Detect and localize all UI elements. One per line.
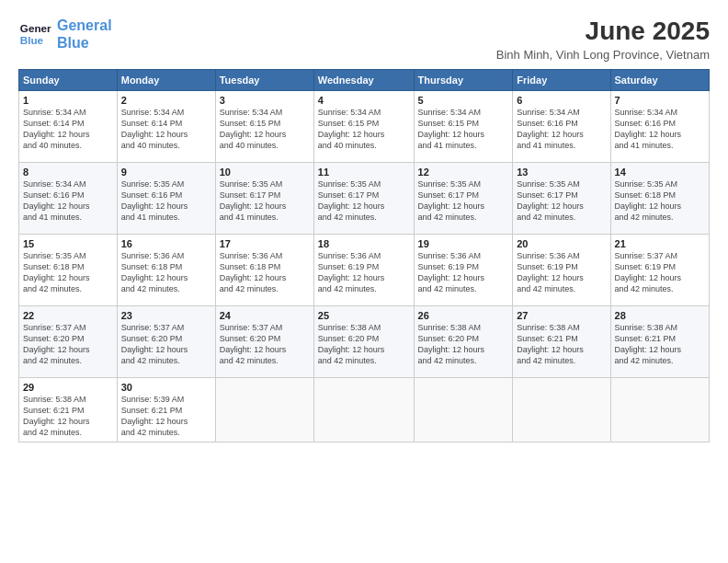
col-sunday: Sunday bbox=[19, 70, 118, 91]
day-number: 13 bbox=[517, 167, 606, 178]
table-row: 20 Sunrise: 5:36 AMSunset: 6:19 PMDaylig… bbox=[513, 235, 610, 306]
day-info: Sunrise: 5:37 AMSunset: 6:20 PMDaylight:… bbox=[121, 323, 188, 365]
table-row: 10 Sunrise: 5:35 AMSunset: 6:17 PMDaylig… bbox=[215, 163, 313, 235]
col-saturday: Saturday bbox=[610, 70, 709, 91]
day-info: Sunrise: 5:34 AMSunset: 6:16 PMDaylight:… bbox=[615, 108, 682, 150]
table-row: 25 Sunrise: 5:38 AMSunset: 6:20 PMDaylig… bbox=[313, 306, 414, 378]
day-number: 1 bbox=[23, 95, 113, 106]
table-row: 22 Sunrise: 5:37 AMSunset: 6:20 PMDaylig… bbox=[19, 306, 118, 378]
table-row: 9 Sunrise: 5:35 AMSunset: 6:16 PMDayligh… bbox=[117, 163, 215, 235]
day-info: Sunrise: 5:36 AMSunset: 6:19 PMDaylight:… bbox=[418, 251, 485, 293]
table-row bbox=[215, 378, 313, 442]
day-info: Sunrise: 5:38 AMSunset: 6:21 PMDaylight:… bbox=[615, 323, 682, 365]
day-info: Sunrise: 5:35 AMSunset: 6:17 PMDaylight:… bbox=[220, 179, 287, 222]
col-tuesday: Tuesday bbox=[215, 70, 313, 91]
day-number: 24 bbox=[220, 310, 310, 321]
title-block: June 2025 Binh Minh, Vinh Long Province,… bbox=[496, 17, 710, 62]
day-info: Sunrise: 5:37 AMSunset: 6:20 PMDaylight:… bbox=[23, 323, 90, 365]
day-info: Sunrise: 5:37 AMSunset: 6:19 PMDaylight:… bbox=[615, 251, 682, 293]
table-row: 4 Sunrise: 5:34 AMSunset: 6:15 PMDayligh… bbox=[313, 91, 414, 163]
day-info: Sunrise: 5:34 AMSunset: 6:15 PMDaylight:… bbox=[318, 108, 385, 150]
day-number: 3 bbox=[220, 95, 310, 106]
day-number: 9 bbox=[121, 167, 211, 178]
day-number: 5 bbox=[418, 95, 509, 106]
day-info: Sunrise: 5:36 AMSunset: 6:19 PMDaylight:… bbox=[318, 251, 385, 293]
calendar-table: Sunday Monday Tuesday Wednesday Thursday… bbox=[18, 69, 710, 442]
table-row: 24 Sunrise: 5:37 AMSunset: 6:20 PMDaylig… bbox=[215, 306, 313, 378]
day-info: Sunrise: 5:34 AMSunset: 6:16 PMDaylight:… bbox=[517, 108, 584, 150]
table-row: 23 Sunrise: 5:37 AMSunset: 6:20 PMDaylig… bbox=[117, 306, 215, 378]
table-row: 18 Sunrise: 5:36 AMSunset: 6:19 PMDaylig… bbox=[313, 235, 414, 306]
table-row bbox=[610, 378, 709, 442]
col-monday: Monday bbox=[117, 70, 215, 91]
calendar-header-row: Sunday Monday Tuesday Wednesday Thursday… bbox=[19, 70, 710, 91]
day-info: Sunrise: 5:34 AMSunset: 6:15 PMDaylight:… bbox=[220, 108, 287, 150]
day-info: Sunrise: 5:34 AMSunset: 6:14 PMDaylight:… bbox=[121, 108, 188, 150]
day-number: 25 bbox=[318, 310, 410, 321]
day-number: 2 bbox=[121, 95, 211, 106]
day-info: Sunrise: 5:35 AMSunset: 6:18 PMDaylight:… bbox=[615, 179, 682, 222]
day-number: 11 bbox=[318, 167, 410, 178]
day-number: 4 bbox=[318, 95, 410, 106]
table-row: 7 Sunrise: 5:34 AMSunset: 6:16 PMDayligh… bbox=[610, 91, 709, 163]
day-info: Sunrise: 5:36 AMSunset: 6:18 PMDaylight:… bbox=[121, 251, 188, 293]
page: General Blue GeneralBlue June 2025 Binh … bbox=[0, 0, 728, 563]
day-info: Sunrise: 5:35 AMSunset: 6:18 PMDaylight:… bbox=[23, 251, 90, 293]
table-row: 14 Sunrise: 5:35 AMSunset: 6:18 PMDaylig… bbox=[610, 163, 709, 235]
table-row: 21 Sunrise: 5:37 AMSunset: 6:19 PMDaylig… bbox=[610, 235, 709, 306]
calendar-title: June 2025 bbox=[496, 17, 710, 46]
day-info: Sunrise: 5:38 AMSunset: 6:20 PMDaylight:… bbox=[318, 323, 385, 365]
day-info: Sunrise: 5:35 AMSunset: 6:17 PMDaylight:… bbox=[318, 179, 385, 222]
col-thursday: Thursday bbox=[414, 70, 513, 91]
day-number: 30 bbox=[121, 382, 211, 393]
table-row: 15 Sunrise: 5:35 AMSunset: 6:18 PMDaylig… bbox=[19, 235, 118, 306]
day-info: Sunrise: 5:34 AMSunset: 6:15 PMDaylight:… bbox=[418, 108, 485, 150]
day-number: 19 bbox=[418, 238, 509, 249]
table-row bbox=[414, 378, 513, 442]
table-row: 29 Sunrise: 5:38 AMSunset: 6:21 PMDaylig… bbox=[19, 378, 118, 442]
table-row: 16 Sunrise: 5:36 AMSunset: 6:18 PMDaylig… bbox=[117, 235, 215, 306]
logo-text: GeneralBlue bbox=[57, 17, 112, 52]
day-info: Sunrise: 5:35 AMSunset: 6:17 PMDaylight:… bbox=[517, 179, 584, 222]
table-row: 27 Sunrise: 5:38 AMSunset: 6:21 PMDaylig… bbox=[513, 306, 610, 378]
svg-text:General: General bbox=[20, 22, 51, 34]
day-info: Sunrise: 5:34 AMSunset: 6:16 PMDaylight:… bbox=[23, 179, 90, 222]
day-info: Sunrise: 5:38 AMSunset: 6:20 PMDaylight:… bbox=[418, 323, 485, 365]
table-row bbox=[513, 378, 610, 442]
day-number: 20 bbox=[517, 238, 606, 249]
table-row: 3 Sunrise: 5:34 AMSunset: 6:15 PMDayligh… bbox=[215, 91, 313, 163]
day-number: 12 bbox=[418, 167, 509, 178]
day-number: 23 bbox=[121, 310, 211, 321]
day-number: 8 bbox=[23, 167, 113, 178]
table-row bbox=[313, 378, 414, 442]
day-info: Sunrise: 5:35 AMSunset: 6:17 PMDaylight:… bbox=[418, 179, 485, 222]
svg-text:Blue: Blue bbox=[20, 34, 44, 46]
day-number: 28 bbox=[615, 310, 705, 321]
day-info: Sunrise: 5:35 AMSunset: 6:16 PMDaylight:… bbox=[121, 179, 188, 222]
logo-icon: General Blue bbox=[18, 17, 51, 51]
day-info: Sunrise: 5:38 AMSunset: 6:21 PMDaylight:… bbox=[517, 323, 584, 365]
col-wednesday: Wednesday bbox=[313, 70, 414, 91]
table-row: 28 Sunrise: 5:38 AMSunset: 6:21 PMDaylig… bbox=[610, 306, 709, 378]
day-number: 16 bbox=[121, 238, 211, 249]
day-number: 21 bbox=[615, 238, 705, 249]
day-number: 27 bbox=[517, 310, 606, 321]
day-number: 18 bbox=[318, 238, 410, 249]
table-row: 11 Sunrise: 5:35 AMSunset: 6:17 PMDaylig… bbox=[313, 163, 414, 235]
table-row: 26 Sunrise: 5:38 AMSunset: 6:20 PMDaylig… bbox=[414, 306, 513, 378]
day-info: Sunrise: 5:36 AMSunset: 6:19 PMDaylight:… bbox=[517, 251, 584, 293]
day-number: 15 bbox=[23, 238, 113, 249]
calendar-subtitle: Binh Minh, Vinh Long Province, Vietnam bbox=[496, 48, 710, 62]
day-info: Sunrise: 5:36 AMSunset: 6:18 PMDaylight:… bbox=[220, 251, 287, 293]
day-number: 6 bbox=[517, 95, 606, 106]
table-row: 2 Sunrise: 5:34 AMSunset: 6:14 PMDayligh… bbox=[117, 91, 215, 163]
table-row: 6 Sunrise: 5:34 AMSunset: 6:16 PMDayligh… bbox=[513, 91, 610, 163]
table-row: 17 Sunrise: 5:36 AMSunset: 6:18 PMDaylig… bbox=[215, 235, 313, 306]
table-row: 5 Sunrise: 5:34 AMSunset: 6:15 PMDayligh… bbox=[414, 91, 513, 163]
day-number: 26 bbox=[418, 310, 509, 321]
table-row: 8 Sunrise: 5:34 AMSunset: 6:16 PMDayligh… bbox=[19, 163, 118, 235]
day-number: 10 bbox=[220, 167, 310, 178]
day-info: Sunrise: 5:39 AMSunset: 6:21 PMDaylight:… bbox=[121, 395, 188, 437]
table-row: 12 Sunrise: 5:35 AMSunset: 6:17 PMDaylig… bbox=[414, 163, 513, 235]
day-info: Sunrise: 5:38 AMSunset: 6:21 PMDaylight:… bbox=[23, 395, 90, 437]
